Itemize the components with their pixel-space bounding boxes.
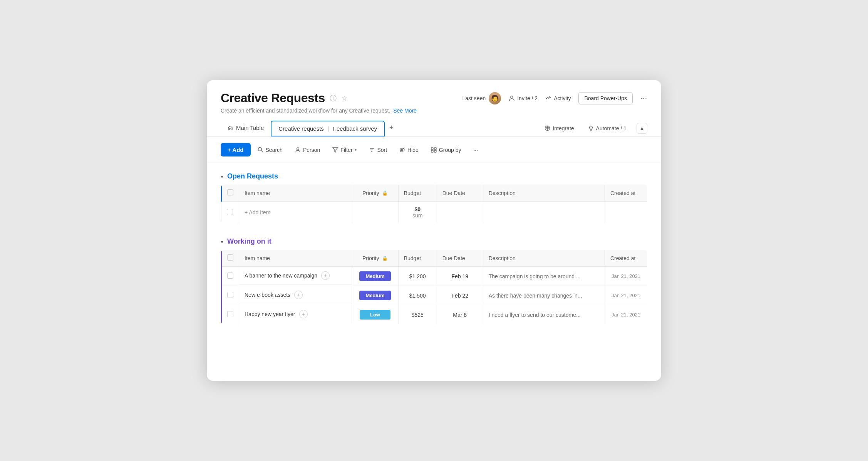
th-checkbox-woi [221,250,239,267]
row-priority-cell-1[interactable]: Medium [352,286,398,305]
row-name-1[interactable]: New e-book assets + [239,286,352,304]
th-due-date-open[interactable]: Due Date [437,185,483,202]
header-left: Creative Requests ⓘ ☆ [221,91,347,105]
row-budget-1[interactable]: $1,500 [398,286,437,305]
th-budget-woi[interactable]: Budget [398,250,437,267]
star-icon[interactable]: ☆ [341,94,347,103]
select-all-checkbox-open[interactable] [227,189,233,195]
search-label: Search [266,147,283,153]
add-item-due-date-cell-open [437,202,483,224]
add-item-name-cell-open[interactable]: + Add Item [239,202,352,224]
add-button[interactable]: + Add [221,143,251,156]
row-description-0[interactable]: The campaign is going to be around ... [483,267,605,286]
more-options-button[interactable]: ··· [640,94,647,102]
th-created-at-woi[interactable]: Created at [605,250,647,267]
hide-icon [399,147,405,153]
th-description-woi[interactable]: Description [483,250,605,267]
info-icon[interactable]: ⓘ [330,94,337,103]
open-requests-table: Item name Priority 🔒 Budget Due [221,184,647,224]
add-subitem-btn-0[interactable]: + [321,271,330,280]
automate-icon [588,125,594,131]
working-on-it-table: Item name Priority 🔒 Budget Due [221,249,647,325]
more-toolbar-button[interactable]: ··· [468,144,483,156]
filter-chevron-icon: ▾ [355,148,357,152]
svg-rect-15 [434,148,436,150]
priority-badge-2[interactable]: Low [360,310,390,320]
row-budget-0[interactable]: $1,200 [398,267,437,286]
th-due-date-woi[interactable]: Due Date [437,250,483,267]
add-item-btn-open[interactable]: + Add Item [245,209,347,215]
add-subitem-btn-2[interactable]: + [299,310,308,318]
tab-main-table-label: Main Table [236,125,264,131]
row-priority-cell-2[interactable]: Low [352,305,398,325]
collapse-button[interactable]: ▲ [637,123,647,134]
last-seen: Last seen 🧑 [462,92,501,104]
svg-point-0 [511,96,513,98]
integrate-icon [545,125,550,131]
invite-button[interactable]: Invite / 2 [509,95,538,101]
th-item-name-open[interactable]: Item name [239,185,352,202]
table-row: New e-book assets + Medium $1,500 Feb 22… [221,286,647,305]
svg-rect-16 [431,150,433,152]
board-powerups-button[interactable]: Board Power-Ups [578,92,633,104]
svg-marker-7 [333,148,338,152]
working-on-it-group: ▾ Working on it Item name Priorit [221,237,647,325]
th-priority-woi[interactable]: Priority 🔒 [352,250,398,267]
priority-badge-0[interactable]: Medium [359,271,390,281]
select-all-checkbox-woi[interactable] [227,254,233,261]
row-budget-2[interactable]: $525 [398,305,437,325]
row-due-date-0[interactable]: Feb 19 [437,267,483,286]
item-name-text-1: New e-book assets [245,292,290,298]
row-due-date-2[interactable]: Mar 8 [437,305,483,325]
row-description-2[interactable]: I need a flyer to send to our custome... [483,305,605,325]
row-checkbox-1[interactable] [227,292,233,298]
add-item-budget-sum-cell-open: $0 sum [398,202,437,224]
open-requests-thead: Item name Priority 🔒 Budget Due [221,185,647,202]
person-filter-icon [295,147,301,153]
tab-main-table[interactable]: Main Table [221,121,271,136]
svg-line-5 [261,151,263,152]
th-budget-open[interactable]: Budget [398,185,437,202]
add-item-checkbox-open[interactable] [227,209,233,215]
row-name-0[interactable]: A banner to the new campaign + [239,267,352,285]
working-on-it-title[interactable]: Working on it [227,237,271,246]
row-description-1[interactable]: As there have been many changes in... [483,286,605,305]
th-description-open[interactable]: Description [483,185,605,202]
description-text-2: I need a flyer to send to our custome... [489,312,581,318]
row-name-2[interactable]: Happy new year flyer + [239,305,352,323]
th-created-at-open[interactable]: Created at [605,185,647,202]
sum-value-open: $0 sum [404,206,431,219]
working-on-it-chevron[interactable]: ▾ [221,239,223,245]
person-button[interactable]: Person [290,144,325,156]
see-more-link[interactable]: See More [393,108,417,114]
open-requests-title[interactable]: Open Requests [227,172,278,180]
add-subitem-btn-1[interactable]: + [294,291,303,299]
th-item-name-woi[interactable]: Item name [239,250,352,267]
th-priority-open[interactable]: Priority 🔒 [352,185,398,202]
open-requests-header-row: Item name Priority 🔒 Budget Due [221,185,647,202]
row-due-date-1[interactable]: Feb 22 [437,286,483,305]
add-item-row-open: + Add Item $0 sum [221,202,647,224]
automate-button[interactable]: Automate / 1 [584,122,630,135]
sort-button[interactable]: Sort [364,144,392,156]
person-label: Person [303,147,320,153]
table-row: Happy new year flyer + Low $525 Mar 8 I … [221,305,647,325]
working-on-it-header-row: Item name Priority 🔒 Budget Due [221,250,647,267]
integrate-button[interactable]: Integrate [541,122,578,135]
sort-label: Sort [377,147,387,153]
activity-button[interactable]: Activity [545,95,571,101]
row-checkbox-0[interactable] [227,273,233,279]
open-requests-chevron[interactable]: ▾ [221,173,223,180]
group-by-button[interactable]: Group by [426,144,467,156]
row-priority-cell-0[interactable]: Medium [352,267,398,286]
tab-feedback-survey-label: Feedback survey [333,125,377,132]
priority-badge-1[interactable]: Medium [359,291,390,300]
row-checkbox-2[interactable] [227,311,233,317]
tab-add-button[interactable]: + [385,120,398,136]
automate-label: Automate / 1 [596,125,627,131]
hide-button[interactable]: Hide [394,144,424,156]
search-button[interactable]: Search [252,144,288,156]
tab-group-active[interactable]: Creative requests | Feedback survey [271,121,385,136]
filter-button[interactable]: Filter ▾ [327,144,362,156]
tabs-right: Integrate Automate / 1 ▲ [541,122,647,135]
